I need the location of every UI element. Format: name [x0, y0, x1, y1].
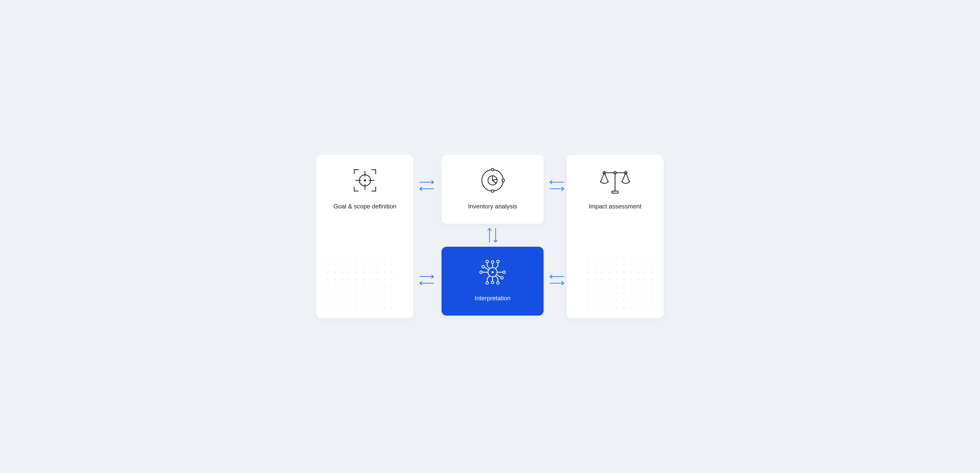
- svg-point-21: [492, 271, 493, 273]
- svg-line-16: [601, 173, 605, 181]
- svg-point-22: [491, 261, 494, 263]
- svg-line-17: [605, 173, 608, 181]
- scales-icon: [597, 165, 633, 196]
- svg-point-8: [491, 190, 494, 192]
- decorative-dots: [324, 254, 396, 311]
- card-goal-label: Goal & scope definition: [334, 203, 396, 210]
- svg-point-29: [503, 271, 505, 273]
- card-impact-assessment: Impact assessment: [566, 155, 663, 318]
- bidirectional-arrow-icon: [547, 178, 567, 193]
- bidirectional-arrow-icon: [485, 225, 500, 245]
- card-interpretation: Interpretation: [442, 247, 544, 316]
- svg-point-30: [482, 265, 484, 268]
- svg-point-31: [501, 276, 503, 279]
- lca-diagram: Goal & scope definition Invento: [299, 144, 681, 329]
- card-goal-scope: Goal & scope definition: [317, 155, 414, 318]
- svg-point-6: [491, 168, 494, 171]
- svg-rect-15: [612, 191, 618, 193]
- card-impact-label: Impact assessment: [589, 203, 641, 210]
- card-inventory-label: Inventory analysis: [468, 203, 517, 210]
- svg-point-28: [480, 271, 482, 273]
- analytics-orbit-icon: [477, 165, 508, 196]
- card-interpretation-label: Interpretation: [474, 295, 511, 302]
- network-chip-icon: [476, 257, 509, 287]
- decorative-dots: [584, 254, 656, 311]
- svg-point-7: [502, 179, 504, 182]
- svg-point-26: [486, 282, 488, 284]
- bidirectional-arrow-icon: [547, 272, 567, 287]
- svg-line-18: [622, 173, 626, 181]
- card-inventory-analysis: Inventory analysis: [442, 155, 544, 224]
- bidirectional-arrow-icon: [417, 272, 437, 287]
- svg-point-24: [496, 260, 499, 263]
- svg-point-27: [496, 282, 499, 284]
- bidirectional-arrow-icon: [417, 178, 437, 193]
- svg-point-1: [364, 179, 366, 181]
- svg-point-23: [486, 260, 488, 263]
- svg-line-19: [626, 173, 629, 181]
- svg-point-25: [491, 281, 494, 284]
- target-icon: [350, 165, 380, 196]
